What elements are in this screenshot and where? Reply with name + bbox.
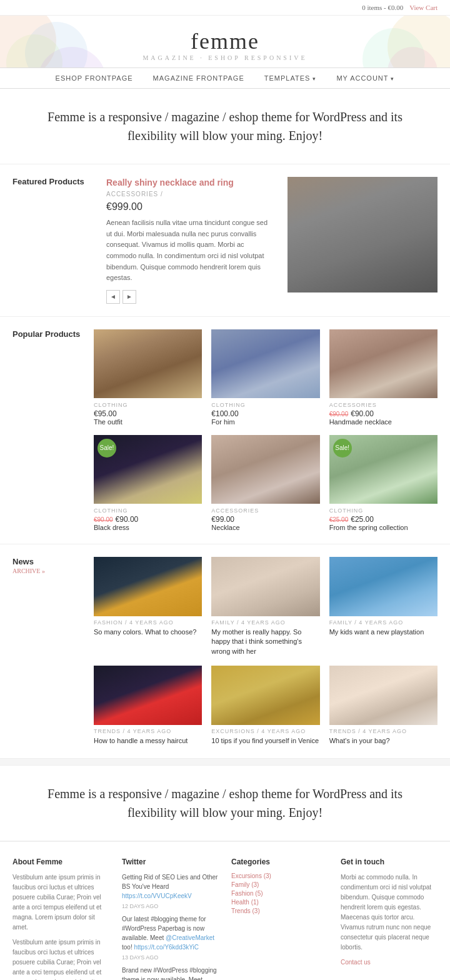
product-category: ACCESSORIES bbox=[329, 402, 438, 408]
popular-title-label: Popular Products bbox=[12, 329, 94, 339]
archive-link[interactable]: ARCHIVE » bbox=[12, 568, 45, 574]
widget-contact-text: Morbi ac commodo nulla. In condimentum o… bbox=[341, 872, 438, 952]
main-content: Featured Products Really shiny necklace … bbox=[0, 164, 450, 759]
cart-info: 0 items - €0.00 bbox=[362, 4, 403, 11]
news-card[interactable]: FASHION / 4 YEARS AGO So many colors. Wh… bbox=[94, 557, 202, 656]
news-title: My mother is really happy. So happy that… bbox=[211, 628, 319, 656]
news-image bbox=[329, 666, 438, 725]
featured-product-category: ACCESSORIES / bbox=[106, 191, 275, 198]
product-image bbox=[211, 435, 319, 504]
product-card[interactable]: ACCESSORIES €99.00 Necklace bbox=[211, 435, 319, 531]
site-logo-sub: MAGAZINE · ESHOP RESPONSIVE bbox=[0, 54, 450, 61]
featured-image-silhouette bbox=[288, 177, 438, 292]
product-card[interactable]: ACCESSORIES €90.00€90.00 Handmade neckla… bbox=[329, 329, 438, 426]
news-grid: FASHION / 4 YEARS AGO So many colors. Wh… bbox=[94, 557, 438, 746]
chevron-down-icon: ▾ bbox=[312, 76, 316, 82]
widget-categories-title: Categories bbox=[231, 858, 328, 866]
footer-widgets: About Femme Vestibulum ante ipsum primis… bbox=[0, 841, 450, 980]
category-item[interactable]: Trends (3) bbox=[231, 908, 328, 914]
category-link[interactable]: Family (3) bbox=[231, 881, 259, 888]
news-card[interactable]: FAMILY / 4 YEARS AGO My kids want a new … bbox=[329, 557, 438, 656]
product-image-placeholder bbox=[94, 329, 202, 398]
product-card[interactable]: Sale! CLOTHING €90.00€90.00 Black dress bbox=[94, 435, 202, 531]
tweet-text: Our latest #blogging theme for #WordPres… bbox=[122, 914, 219, 952]
category-item[interactable]: Excursions (3) bbox=[231, 872, 328, 879]
main-nav: ESHOP FRONTPAGE MAGAZINE FRONTPAGE TEMPL… bbox=[0, 68, 450, 89]
featured-prev-button[interactable]: ◄ bbox=[106, 290, 120, 304]
tweet-item: Our latest #blogging theme for #WordPres… bbox=[122, 914, 219, 961]
widget-twitter-title: Twitter bbox=[122, 858, 219, 866]
nav-link-templates[interactable]: TEMPLATES ▾ bbox=[254, 68, 327, 88]
product-price: €90.00€90.00 bbox=[94, 515, 202, 524]
widget-categories: Categories Excursions (3)Family (3)Fashi… bbox=[231, 858, 328, 980]
product-price: €90.00€90.00 bbox=[329, 409, 438, 418]
sale-badge: Sale! bbox=[98, 439, 116, 458]
widget-contact-title: Get in touch bbox=[341, 858, 438, 866]
nav-link-magazine[interactable]: MAGAZINE FRONTPAGE bbox=[143, 68, 254, 88]
contact-link[interactable]: Contact us bbox=[341, 959, 371, 966]
category-link[interactable]: Trends (3) bbox=[231, 908, 260, 914]
widget-about: About Femme Vestibulum ante ipsum primis… bbox=[12, 858, 109, 980]
product-name: For him bbox=[211, 418, 319, 426]
product-card[interactable]: CLOTHING €100.00 For him bbox=[211, 329, 319, 426]
product-category: CLOTHING bbox=[329, 508, 438, 514]
category-item[interactable]: Health (1) bbox=[231, 899, 328, 906]
news-image bbox=[211, 666, 319, 725]
product-name: From the spring collection bbox=[329, 524, 438, 531]
news-title-label: News bbox=[12, 557, 94, 566]
widget-about-text2: Vestibulum ante ipsum primis in faucibus… bbox=[12, 938, 109, 980]
featured-title-label: Featured Products bbox=[12, 177, 94, 186]
featured-info: Really shiny necklace and ring ACCESSORI… bbox=[106, 177, 275, 304]
top-bar: 0 items - €0.00 View Cart bbox=[0, 0, 450, 16]
category-link[interactable]: Health (1) bbox=[231, 899, 259, 906]
featured-next-button[interactable]: ► bbox=[122, 290, 136, 304]
news-card[interactable]: TRENDS / 4 YEARS AGO What's in your bag? bbox=[329, 666, 438, 746]
product-image bbox=[211, 329, 319, 398]
site-logo[interactable]: femme bbox=[0, 28, 450, 54]
categories-list: Excursions (3)Family (3)Fashion (5)Healt… bbox=[231, 872, 328, 914]
category-link[interactable]: Excursions (3) bbox=[231, 872, 271, 879]
view-cart-link[interactable]: View Cart bbox=[409, 4, 438, 11]
news-title: So many colors. What to choose? bbox=[94, 628, 202, 637]
products-grid: CLOTHING €95.00 The outfit CLOTHING €100… bbox=[94, 329, 438, 531]
nav-item-templates[interactable]: TEMPLATES ▾ bbox=[254, 68, 327, 88]
news-title: 10 tips if you find yourself in Venice bbox=[211, 736, 319, 746]
news-card[interactable]: TRENDS / 4 YEARS AGO How to handle a mes… bbox=[94, 666, 202, 746]
news-card[interactable]: FAMILY / 4 YEARS AGO My mother is really… bbox=[211, 557, 319, 656]
nav-item-magazine[interactable]: MAGAZINE FRONTPAGE bbox=[143, 68, 254, 88]
popular-section-label: Popular Products bbox=[12, 329, 94, 531]
nav-link-eshop[interactable]: ESHOP FRONTPAGE bbox=[46, 68, 143, 88]
product-card[interactable]: Sale! CLOTHING €25.00€25.00 From the spr… bbox=[329, 435, 438, 531]
product-category: CLOTHING bbox=[94, 402, 202, 408]
featured-image-placeholder bbox=[288, 177, 438, 292]
featured-product-price: €999.00 bbox=[106, 201, 275, 212]
category-link[interactable]: Fashion (5) bbox=[231, 890, 263, 897]
product-card[interactable]: CLOTHING €95.00 The outfit bbox=[94, 329, 202, 426]
product-image bbox=[94, 329, 202, 398]
news-section: News ARCHIVE » FASHION / 4 YEARS AGO So … bbox=[0, 544, 450, 759]
nav-item-account[interactable]: MY ACCOUNT ▾ bbox=[326, 68, 404, 88]
product-category: CLOTHING bbox=[211, 402, 319, 408]
news-image bbox=[329, 557, 438, 616]
chevron-down-icon-2: ▾ bbox=[391, 76, 394, 82]
news-title: My kids want a new playstation bbox=[329, 628, 438, 637]
product-price: €100.00 bbox=[211, 409, 319, 418]
tweet-item: Brand new #WordPress #blogging theme is … bbox=[122, 966, 219, 980]
tweet-date: 12 DAYS AGO bbox=[122, 903, 219, 909]
featured-product-title[interactable]: Really shiny necklace and ring bbox=[106, 177, 275, 188]
product-image-placeholder bbox=[211, 329, 319, 398]
category-item[interactable]: Fashion (5) bbox=[231, 890, 328, 897]
bottom-hero-text: Femme is a responsive / magazine / eshop… bbox=[38, 784, 412, 822]
news-meta: FASHION / 4 YEARS AGO bbox=[94, 619, 202, 626]
nav-link-account[interactable]: MY ACCOUNT ▾ bbox=[326, 68, 404, 88]
category-item[interactable]: Family (3) bbox=[231, 881, 328, 888]
widget-twitter: Twitter Getting Rid of SEO Lies and Othe… bbox=[122, 858, 219, 980]
product-price: €95.00 bbox=[94, 409, 202, 418]
nav-item-eshop[interactable]: ESHOP FRONTPAGE bbox=[46, 68, 143, 88]
sale-badge: Sale! bbox=[333, 439, 352, 458]
news-card[interactable]: EXCURSIONS / 4 YEARS AGO 10 tips if you … bbox=[211, 666, 319, 746]
tweet-text: Getting Rid of SEO Lies and Other BS You… bbox=[122, 872, 219, 901]
featured-section-label: Featured Products bbox=[12, 177, 94, 304]
tweet-item: Getting Rid of SEO Lies and Other BS You… bbox=[122, 872, 219, 909]
hero-text: Femme is a responsive / magazine / eshop… bbox=[38, 108, 412, 145]
